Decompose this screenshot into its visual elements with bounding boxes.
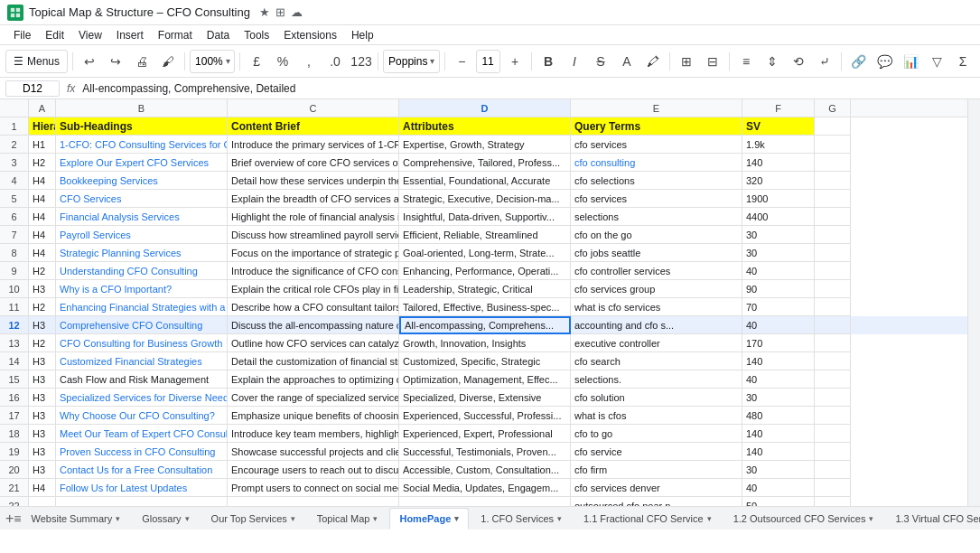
row-num-13[interactable]: 13: [0, 334, 28, 352]
cell-10d[interactable]: Leadership, Strategic, Critical: [399, 280, 571, 298]
cell-18a[interactable]: H3: [29, 425, 56, 443]
table-row[interactable]: H3 Meet Our Team of Expert CFO Consulta.…: [29, 425, 967, 443]
functions-button[interactable]: Σ: [951, 50, 975, 73]
tab-virtual-cfo[interactable]: 1.3 Virtual CFO Servic... ▾: [885, 508, 980, 530]
cell-21g[interactable]: [815, 479, 851, 497]
cell-13f[interactable]: 170: [742, 334, 815, 352]
cell-22a[interactable]: [29, 497, 56, 506]
wrap-text-button[interactable]: ⤶: [813, 50, 836, 73]
align-left-button[interactable]: ≡: [734, 50, 758, 73]
cell-12f[interactable]: 40: [742, 316, 815, 334]
menu-extensions[interactable]: Extensions: [277, 27, 343, 43]
cell-6d[interactable]: Insightful, Data-driven, Supportiv...: [399, 208, 571, 226]
vertical-scrollbar[interactable]: [967, 99, 980, 506]
cell-7c[interactable]: Discuss how streamlined payroll services…: [228, 226, 399, 244]
cell-16d[interactable]: Specialized, Diverse, Extensive: [399, 389, 571, 407]
cell-10e[interactable]: cfo services group: [571, 280, 742, 298]
cell-16a[interactable]: H3: [29, 389, 56, 407]
table-row[interactable]: H2 Explore Our Expert CFO Services Brief…: [29, 154, 967, 172]
tab-cfo-services[interactable]: 1. CFO Services ▾: [471, 508, 572, 530]
cell-15b[interactable]: Cash Flow and Risk Management: [56, 370, 228, 389]
cell-16c[interactable]: Cover the range of specialized services …: [228, 389, 399, 407]
menu-file[interactable]: File: [7, 27, 37, 43]
cell-7g[interactable]: [815, 226, 851, 244]
decrease-font-button[interactable]: −: [450, 50, 473, 73]
zoom-dropdown[interactable]: 100% ▾: [190, 50, 235, 73]
row-num-1[interactable]: 1: [0, 117, 28, 136]
tab-website-summary[interactable]: Website Summary ▾: [22, 508, 131, 530]
cell-17e[interactable]: what is cfos: [571, 407, 742, 425]
cell-1g[interactable]: [815, 117, 851, 136]
row-num-18[interactable]: 18: [0, 425, 28, 443]
comma-button[interactable]: ,: [297, 50, 321, 73]
cell-14e[interactable]: cfo search: [571, 352, 742, 370]
cell-12g[interactable]: [815, 316, 851, 334]
cell-20f[interactable]: 30: [742, 461, 815, 479]
cell-3a[interactable]: H2: [29, 154, 56, 172]
cell-17f[interactable]: 480: [742, 407, 815, 425]
cell-5e[interactable]: cfo services: [571, 190, 742, 208]
row-num-6[interactable]: 6: [0, 208, 28, 226]
increase-font-button[interactable]: +: [503, 50, 527, 73]
cell-6a[interactable]: H4: [29, 208, 56, 226]
table-row[interactable]: H3 Specialized Services for Diverse Need…: [29, 389, 967, 407]
cell-2c[interactable]: Introduce the primary services of 1-CFO,…: [228, 136, 399, 154]
row-num-21[interactable]: 21: [0, 479, 28, 497]
menu-format[interactable]: Format: [152, 27, 199, 43]
cell-6g[interactable]: [815, 208, 851, 226]
menu-tools[interactable]: Tools: [238, 27, 275, 43]
cell-15g[interactable]: [815, 370, 851, 389]
undo-button[interactable]: ↩: [78, 50, 101, 73]
tab-topical-map[interactable]: Topical Map ▾: [307, 508, 388, 530]
table-row[interactable]: H4 Follow Us for Latest Updates Prompt u…: [29, 479, 967, 497]
col-header-c[interactable]: C: [228, 99, 399, 117]
cell-13c[interactable]: Outline how CFO services can catalyze bu…: [228, 334, 399, 352]
cell-3d[interactable]: Comprehensive, Tailored, Profess...: [399, 154, 571, 172]
tab-our-top-services[interactable]: Our Top Services ▾: [201, 508, 305, 530]
row-num-3[interactable]: 3: [0, 154, 28, 172]
cell-9d[interactable]: Enhancing, Performance, Operati...: [399, 262, 571, 280]
table-row[interactable]: H3 Contact Us for a Free Consultation En…: [29, 461, 967, 479]
tab-outsourced-cfo[interactable]: 1.2 Outsourced CFO Services ▾: [723, 508, 884, 530]
table-row[interactable]: Hierarchy Sub-Headings Content Brief Att…: [29, 117, 967, 136]
cell-12a[interactable]: H3: [29, 316, 56, 334]
table-row[interactable]: H1 1-CFO: CFO Consulting Services for Gr…: [29, 136, 967, 154]
cell-3g[interactable]: [815, 154, 851, 172]
cell-10f[interactable]: 90: [742, 280, 815, 298]
cell-6b[interactable]: Financial Analysis Services: [56, 208, 228, 226]
col-header-e[interactable]: E: [571, 99, 742, 117]
tab-homepage[interactable]: HomePage ▾: [389, 508, 469, 530]
cell-15e[interactable]: selections.: [571, 370, 742, 389]
row-num-10[interactable]: 10: [0, 280, 28, 298]
cell-8b[interactable]: Strategic Planning Services: [56, 244, 228, 262]
cell-17b[interactable]: Why Choose Our CFO Consulting?: [56, 407, 228, 425]
cell-9e[interactable]: cfo controller services: [571, 262, 742, 280]
cell-15d[interactable]: Optimization, Management, Effec...: [399, 370, 571, 389]
decrease-decimal-button[interactable]: .0: [323, 50, 347, 73]
row-num-20[interactable]: 20: [0, 461, 28, 479]
cell-14g[interactable]: [815, 352, 851, 370]
currency-button[interactable]: £: [245, 50, 268, 73]
cell-10c[interactable]: Explain the critical role CFOs play in f…: [228, 280, 399, 298]
row-num-15[interactable]: 15: [0, 370, 28, 389]
tab-arrow-outsourced-cfo[interactable]: ▾: [869, 514, 873, 523]
paint-format-button[interactable]: 🖌: [156, 50, 180, 73]
cell-20e[interactable]: cfo firm: [571, 461, 742, 479]
cell-5b[interactable]: CFO Services: [56, 190, 228, 208]
cell-22d[interactable]: [399, 497, 571, 506]
cell-2d[interactable]: Expertise, Growth, Strategy: [399, 136, 571, 154]
cell-21e[interactable]: cfo services denver: [571, 479, 742, 497]
cell-19e[interactable]: cfo service: [571, 443, 742, 461]
cell-11g[interactable]: [815, 298, 851, 316]
menu-help[interactable]: Help: [345, 27, 380, 43]
tab-fractional-cfo[interactable]: 1.1 Fractional CFO Service ▾: [574, 508, 722, 530]
cell-8e[interactable]: cfo jobs seattle: [571, 244, 742, 262]
tab-arrow-topical-map[interactable]: ▾: [373, 514, 378, 523]
font-family-dropdown[interactable]: Poppins ▾: [383, 50, 440, 73]
cell-9a[interactable]: H2: [29, 262, 56, 280]
cell-5d[interactable]: Strategic, Executive, Decision-ma...: [399, 190, 571, 208]
tab-arrow-cfo-services[interactable]: ▾: [557, 514, 562, 523]
cell-20g[interactable]: [815, 461, 851, 479]
cell-13g[interactable]: [815, 334, 851, 352]
add-sheet-button[interactable]: +: [5, 508, 14, 530]
